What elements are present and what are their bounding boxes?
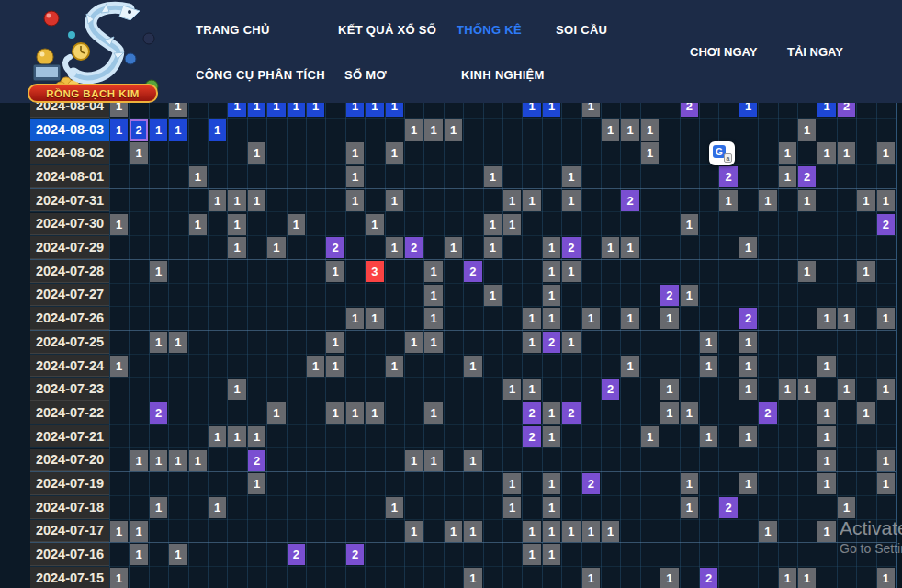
grid-cell[interactable]: 1 bbox=[464, 356, 481, 377]
grid-cell[interactable]: 1 bbox=[209, 190, 226, 211]
grid-cell[interactable]: 1 bbox=[346, 103, 364, 117]
date-row-label[interactable]: 2024-08-03 bbox=[30, 119, 109, 141]
grid-cell[interactable]: 1 bbox=[543, 103, 560, 117]
nav-item-soi-cau[interactable]: SOI CẦU bbox=[556, 23, 607, 37]
grid-cell[interactable]: 1 bbox=[169, 450, 186, 471]
grid-cell[interactable]: 1 bbox=[386, 356, 403, 377]
grid-cell[interactable]: 1 bbox=[110, 119, 128, 141]
grid-cell[interactable]: 2 bbox=[248, 450, 265, 471]
grid-cell[interactable]: 1 bbox=[110, 103, 128, 117]
grid-cell[interactable]: 1 bbox=[779, 142, 796, 164]
grid-cell[interactable]: 1 bbox=[681, 402, 698, 424]
grid-cell[interactable]: 2 bbox=[405, 237, 423, 258]
grid-cell[interactable]: 2 bbox=[838, 103, 855, 117]
grid-cell[interactable]: 1 bbox=[424, 450, 442, 471]
grid-cell[interactable]: 1 bbox=[759, 190, 776, 211]
grid-cell[interactable]: 1 bbox=[523, 103, 540, 117]
grid-cell[interactable]: 1 bbox=[110, 214, 128, 235]
grid-cell[interactable]: 1 bbox=[660, 568, 678, 588]
grid-cell[interactable]: 1 bbox=[582, 568, 600, 588]
grid-cell[interactable]: 1 bbox=[405, 332, 423, 353]
grid-cell[interactable]: 1 bbox=[798, 119, 816, 141]
grid-cell[interactable]: 3 bbox=[366, 261, 383, 282]
date-row-label[interactable]: 2024-07-17 bbox=[30, 520, 109, 543]
grid-cell[interactable]: 1 bbox=[346, 308, 364, 329]
grid-cell[interactable]: 1 bbox=[484, 237, 502, 258]
grid-cell[interactable]: 1 bbox=[838, 142, 855, 164]
grid-cell[interactable]: 1 bbox=[209, 426, 226, 447]
date-row-label[interactable]: 2024-07-29 bbox=[30, 236, 109, 259]
date-row-label[interactable]: 2024-07-21 bbox=[30, 425, 109, 448]
grid-cell[interactable]: 1 bbox=[346, 142, 364, 164]
grid-cell[interactable]: 1 bbox=[877, 473, 895, 494]
grid-cell[interactable]: 1 bbox=[739, 379, 757, 400]
grid-cell[interactable]: 1 bbox=[562, 190, 580, 211]
grid-cell[interactable]: 1 bbox=[110, 521, 128, 542]
grid-cell[interactable]: 1 bbox=[739, 332, 757, 353]
grid-cell[interactable]: 1 bbox=[267, 402, 285, 424]
grid-cell[interactable]: 1 bbox=[798, 568, 816, 588]
grid-cell[interactable]: 1 bbox=[523, 332, 540, 353]
grid-cell[interactable]: 1 bbox=[817, 356, 835, 377]
grid-cell[interactable]: 1 bbox=[248, 190, 265, 211]
grid-cell[interactable]: 1 bbox=[169, 544, 186, 565]
grid-cell[interactable]: 1 bbox=[228, 237, 245, 258]
grid-cell[interactable]: 1 bbox=[877, 308, 895, 329]
grid-cell[interactable]: 1 bbox=[641, 426, 659, 447]
grid-cell[interactable]: 1 bbox=[543, 285, 560, 306]
grid-cell[interactable]: 1 bbox=[445, 237, 462, 258]
grid-cell[interactable]: 1 bbox=[326, 402, 344, 424]
grid-cell[interactable]: 1 bbox=[169, 103, 186, 117]
date-row-label[interactable]: 2024-08-02 bbox=[30, 141, 109, 164]
date-row-label[interactable]: 2024-08-01 bbox=[30, 165, 109, 188]
grid-cell[interactable]: 1 bbox=[582, 103, 600, 117]
grid-cell[interactable]: 1 bbox=[228, 426, 245, 447]
grid-cell[interactable]: 1 bbox=[562, 261, 580, 282]
nav-item-trang-chu[interactable]: TRANG CHỦ bbox=[196, 23, 270, 37]
grid-cell[interactable]: 1 bbox=[326, 332, 344, 353]
grid-cell[interactable]: 1 bbox=[857, 402, 874, 424]
grid-cell[interactable]: 1 bbox=[621, 308, 638, 329]
grid-cell[interactable]: 1 bbox=[267, 237, 285, 258]
grid-cell[interactable]: 1 bbox=[130, 142, 147, 164]
grid-cell[interactable]: 1 bbox=[503, 190, 521, 211]
grid-cell[interactable]: 1 bbox=[150, 332, 167, 353]
grid-cell[interactable]: 1 bbox=[464, 521, 481, 542]
grid-cell[interactable]: 1 bbox=[366, 308, 383, 329]
date-row-label[interactable]: 2024-07-26 bbox=[30, 307, 109, 330]
grid-cell[interactable]: 1 bbox=[386, 497, 403, 518]
grid-cell[interactable]: 1 bbox=[503, 473, 521, 494]
grid-cell[interactable]: 1 bbox=[307, 103, 324, 117]
grid-cell[interactable]: 1 bbox=[798, 379, 816, 400]
grid-cell[interactable]: 1 bbox=[621, 356, 638, 377]
date-row-label[interactable]: 2024-07-30 bbox=[30, 213, 109, 236]
date-row-label[interactable]: 2024-07-20 bbox=[30, 449, 109, 472]
grid-cell[interactable]: 1 bbox=[248, 473, 265, 494]
grid-cell[interactable]: 1 bbox=[543, 237, 560, 258]
grid-cell[interactable]: 1 bbox=[150, 497, 167, 518]
grid-cell[interactable]: 1 bbox=[817, 142, 835, 164]
site-logo[interactable]: RỒNG BẠCH KIM bbox=[20, 0, 173, 106]
date-row-label[interactable]: 2024-07-15 bbox=[30, 567, 109, 588]
grid-cell[interactable]: 1 bbox=[366, 214, 383, 235]
grid-cell[interactable]: 1 bbox=[150, 119, 167, 141]
nav-item-cong-cu-phan-tich[interactable]: CÔNG CỤ PHÂN TÍCH bbox=[196, 68, 325, 82]
grid-cell[interactable]: 1 bbox=[424, 332, 442, 353]
grid-cell[interactable]: 1 bbox=[739, 237, 757, 258]
grid-cell[interactable]: 1 bbox=[817, 426, 835, 447]
grid-cell[interactable]: 1 bbox=[130, 450, 147, 471]
date-row-label[interactable]: 2024-07-27 bbox=[30, 284, 109, 307]
grid-cell[interactable]: 1 bbox=[169, 119, 186, 141]
grid-cell[interactable]: 1 bbox=[228, 103, 245, 117]
grid-cell[interactable]: 2 bbox=[602, 379, 619, 400]
grid-cell[interactable]: 1 bbox=[523, 521, 540, 542]
grid-cell[interactable]: 2 bbox=[798, 166, 816, 187]
date-row-label[interactable]: 2024-08-04 bbox=[30, 103, 109, 118]
grid-cell[interactable]: 2 bbox=[523, 402, 540, 424]
grid-cell[interactable]: 1 bbox=[602, 237, 619, 258]
grid-cell[interactable]: 1 bbox=[424, 119, 442, 141]
grid-cell[interactable]: 1 bbox=[424, 285, 442, 306]
grid-cell[interactable]: 1 bbox=[817, 450, 835, 471]
grid-cell[interactable]: 1 bbox=[445, 119, 462, 141]
date-row-label[interactable]: 2024-07-18 bbox=[30, 496, 109, 519]
